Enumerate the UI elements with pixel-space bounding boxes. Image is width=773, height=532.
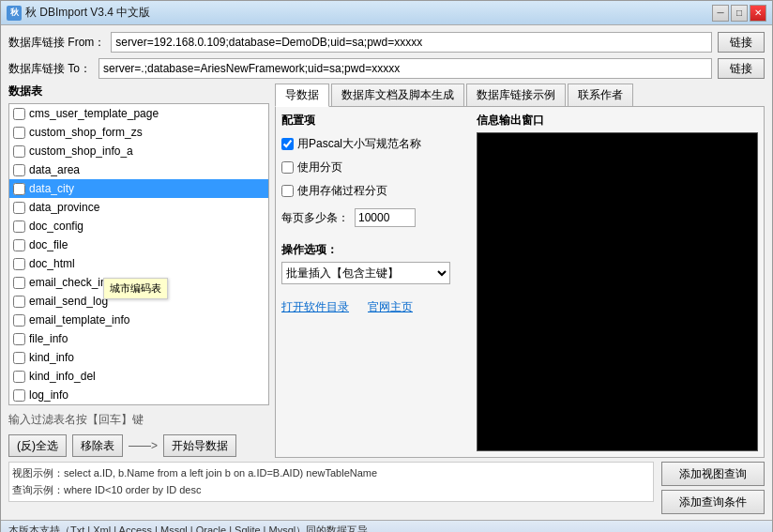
tab-content: 配置项 用Pascal大小写规范名称 使用分页 使用存储过程分页 [275,107,765,458]
connection-to-row: 数据库链接 To： 链接 [8,57,765,80]
table-checkbox[interactable] [13,314,25,327]
restore-button[interactable]: □ [731,5,748,22]
table-item[interactable]: data_city [9,179,268,198]
table-list: cms_user_template_pagecustom_shop_form_z… [9,104,268,404]
right-buttons: 添加视图查询 添加查询条件 [661,462,765,514]
bottom-section: 视图示例：select a.ID, b.Name from a left joi… [8,462,765,514]
per-page-row: 每页多少条： [281,208,469,227]
stored-proc-checkbox[interactable] [281,185,294,197]
table-checkbox[interactable] [13,389,25,402]
conn-from-button[interactable]: 链接 [718,32,765,53]
table-item-name: data_province [29,201,265,214]
table-item[interactable]: file_info [9,329,268,348]
table-checkbox[interactable] [13,202,25,214]
open-dir-link[interactable]: 打开软件目录 [281,299,349,315]
table-checkbox[interactable] [13,277,25,289]
ops-section: 操作选项： 批量插入【包含主键】批量插入【不含主键】批量更新批量删除 [281,242,469,284]
tab-数据库链接示例[interactable]: 数据库链接示例 [466,84,566,106]
app-icon: 秋 [7,6,22,21]
table-item-name: custom_shop_info_a [29,144,265,158]
tab-联系作者[interactable]: 联系作者 [568,84,633,106]
table-item-name: doc_html [29,257,265,270]
ops-select[interactable]: 批量插入【包含主键】批量插入【不含主键】批量更新批量删除 [281,262,450,284]
table-item[interactable]: custom_shop_info_a [9,142,268,160]
content-area: 数据库链接 From： 链接 数据库链接 To： 链接 数据表 cms_user… [1,25,772,520]
table-checkbox[interactable] [13,145,25,158]
status-text: 本版本支持（Txt | Xml | Access | Mssql | Oracl… [8,524,368,532]
table-checkbox[interactable] [13,127,25,139]
table-checkbox[interactable] [13,183,25,195]
table-item-name: kind_info_del [29,370,265,383]
config-title: 配置项 [281,113,469,129]
table-checkbox[interactable] [13,164,25,176]
table-item[interactable]: email_template_info [9,311,268,329]
example1-text: 视图示例：select a.ID, b.Name from a left joi… [12,467,377,479]
table-item[interactable]: doc_config [9,217,268,236]
add-query-cond-button[interactable]: 添加查询条件 [661,490,765,514]
conn-to-button[interactable]: 链接 [718,58,765,79]
start-import-button[interactable]: 开始导数据 [163,434,236,457]
table-item[interactable]: data_province [9,198,268,217]
link-row: 打开软件目录 官网主页 [281,299,469,315]
table-item[interactable]: custom_shop_form_zs [9,123,268,142]
per-page-input[interactable] [355,208,416,227]
stored-proc-item: 使用存储过程分页 [281,183,469,199]
table-checkbox[interactable] [13,258,25,270]
tooltip-popup: 城市编码表 [103,278,168,299]
main-window: 秋 秋 DBImport V3.4 中文版 ─ □ ✕ 数据库链接 From： … [0,0,773,532]
table-item[interactable]: data_area [9,160,268,179]
conn-to-input[interactable] [99,58,712,79]
bottom-left-buttons: (反)全选 移除表 ——> 开始导数据 [8,433,269,458]
title-bar: 秋 秋 DBImport V3.4 中文版 ─ □ ✕ [1,1,772,25]
select-all-button[interactable]: (反)全选 [8,434,67,457]
table-item[interactable]: kind_info_del [9,367,268,386]
per-page-label: 每页多少条： [281,210,349,226]
table-checkbox[interactable] [13,220,25,233]
table-item[interactable]: kind_info [9,348,268,367]
connection-from-row: 数据库链接 From： 链接 [8,31,765,53]
stored-proc-label[interactable]: 使用存储过程分页 [297,183,387,199]
status-bar: 本版本支持（Txt | Xml | Access | Mssql | Oracl… [1,520,772,532]
table-item-name: custom_shop_form_zs [29,126,265,139]
tab-导数据[interactable]: 导数据 [275,84,329,107]
table-checkbox[interactable] [13,296,25,308]
table-item-name: cms_user_template_page [29,107,265,120]
info-section: 信息输出窗口 [477,113,758,451]
table-checkbox[interactable] [13,108,25,120]
conn-from-input[interactable] [111,32,712,53]
table-item[interactable]: cms_user_template_page [9,104,268,123]
table-item[interactable]: doc_file [9,236,268,254]
table-list-container[interactable]: cms_user_template_pagecustom_shop_form_z… [8,103,269,405]
pascal-case-checkbox[interactable] [281,138,294,150]
arrow-label: ——> [129,439,158,452]
window-controls: ─ □ ✕ [712,5,766,22]
table-checkbox[interactable] [13,371,25,383]
close-button[interactable]: ✕ [750,5,766,22]
main-area: 数据表 cms_user_template_pagecustom_shop_fo… [8,84,765,458]
table-item[interactable]: doc_html [9,254,268,273]
table-panel-label: 数据表 [8,84,269,99]
ops-title: 操作选项： [281,242,469,258]
add-view-query-button[interactable]: 添加视图查询 [661,462,765,486]
table-item[interactable]: log_info [9,386,268,404]
table-item-name: email_template_info [29,313,265,327]
conn-from-label: 数据库链接 From： [8,35,105,51]
remove-table-button[interactable]: 移除表 [72,434,123,457]
left-panel: 数据表 cms_user_template_pagecustom_shop_fo… [8,84,269,458]
table-checkbox[interactable] [13,239,25,251]
tab-数据库文档及脚本生成[interactable]: 数据库文档及脚本生成 [331,84,464,106]
table-item-name: data_area [29,163,265,176]
minimize-button[interactable]: ─ [712,5,729,22]
official-site-link[interactable]: 官网主页 [368,299,413,315]
paging-label[interactable]: 使用分页 [297,160,342,175]
info-title: 信息输出窗口 [477,113,758,129]
table-checkbox[interactable] [13,333,25,345]
conn-to-label: 数据库链接 To： [8,61,93,77]
filter-row: 输入过滤表名按【回车】键 [8,409,269,430]
table-item-name: file_info [29,332,265,345]
examples-area: 视图示例：select a.ID, b.Name from a left joi… [8,462,765,514]
paging-checkbox[interactable] [281,161,294,174]
table-checkbox[interactable] [13,352,25,364]
pascal-case-label[interactable]: 用Pascal大小写规范名称 [297,136,421,152]
pascal-case-item: 用Pascal大小写规范名称 [281,136,469,152]
